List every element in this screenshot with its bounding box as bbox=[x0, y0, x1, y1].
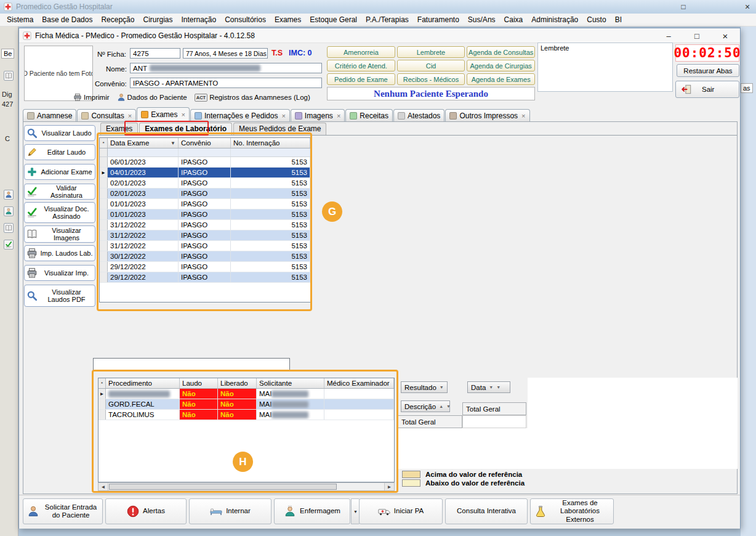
convenio-field[interactable]: IPASGO - APARTAMENTO bbox=[130, 78, 322, 88]
sidebar-visualizar-imp[interactable]: Visualizar Imp. bbox=[24, 265, 95, 281]
quick-button-criterio-de-atend[interactable]: Critério de Atend. bbox=[327, 60, 395, 71]
exam-row[interactable]: 29/12/2022IPASGO5153 bbox=[100, 262, 311, 272]
desktop-close-button[interactable]: × bbox=[741, 2, 754, 12]
bottom-button-enfermagem[interactable]: Enfermagem bbox=[274, 498, 350, 524]
subtab-exames[interactable]: Exames bbox=[100, 123, 138, 135]
quick-button-cid[interactable]: Cid bbox=[397, 60, 465, 71]
exam-row[interactable]: ►04/01/2023IPASGO5153 bbox=[100, 168, 311, 178]
subtab-exames-de-laboratorio[interactable]: Exames de Laboratório bbox=[139, 123, 232, 135]
quick-button-agenda-de-exames[interactable]: Agenda de Exames bbox=[467, 73, 535, 85]
background-icon[interactable] bbox=[4, 190, 14, 200]
proc-row[interactable]: GORD.FECALNãoNãoMAI bbox=[99, 399, 394, 410]
menu-item-administracao[interactable]: Administração bbox=[527, 14, 582, 25]
bottom-button-consulta-interativa[interactable]: Consulta Interativa bbox=[445, 498, 528, 524]
background-icon[interactable] bbox=[4, 223, 14, 233]
tab-imagens[interactable]: Imagens× bbox=[291, 109, 345, 121]
ficha-field[interactable]: 4275 bbox=[130, 48, 180, 59]
proc-row[interactable]: ►NãoNãoMAI bbox=[99, 389, 394, 399]
menu-item-faturamento[interactable]: Faturamento bbox=[413, 14, 464, 25]
quick-button-agenda-de-cirurgias[interactable]: Agenda de Cirurgias bbox=[467, 60, 535, 71]
pivot-field-data[interactable]: Data ▼ ▼ bbox=[467, 381, 510, 393]
sidebar-validar-assinatura[interactable]: Validar Assinatura bbox=[24, 184, 95, 200]
pivot-field-resultado[interactable]: Resultado ▼ bbox=[401, 381, 448, 393]
column-header-medico-examinador[interactable]: Médico Examinador bbox=[324, 378, 394, 388]
dados-do-paciente-button[interactable]: Dados do Paciente bbox=[117, 93, 187, 102]
exam-row[interactable]: 01/01/2023IPASGO5153 bbox=[100, 209, 311, 220]
restaurar-abas-button[interactable]: Restaurar Abas bbox=[677, 64, 739, 77]
exam-row[interactable]: 01/01/2023IPASGO5153 bbox=[100, 199, 311, 209]
sidebar-visualizar-doc-assinado[interactable]: Visualizar Doc. Assinado bbox=[24, 202, 95, 223]
sidebar-visualizar-laudos-pdf[interactable]: Visualizar Laudos PDF bbox=[24, 285, 95, 307]
sair-button[interactable]: Sair bbox=[675, 81, 739, 98]
tab-outros-impressos[interactable]: Outros Impressos× bbox=[445, 109, 529, 121]
menu-item-internacao[interactable]: Internação bbox=[177, 14, 220, 25]
menu-item-recepcao[interactable]: Recepção bbox=[97, 14, 139, 25]
bottom-button-exames-de-laboratorios-externos[interactable]: Exames de Laboratórios Externos bbox=[530, 498, 614, 524]
quick-button-pedido-de-exame[interactable]: Pedido de Exame bbox=[327, 73, 395, 85]
sidebar-imp-laudos-lab[interactable]: Imp. Laudos Lab. bbox=[24, 245, 95, 261]
tab-atestados[interactable]: Atestados bbox=[393, 109, 444, 121]
imprimir-button[interactable]: Imprimir bbox=[73, 93, 110, 102]
sidebar-editar-laudo[interactable]: Editar Laudo bbox=[24, 144, 95, 160]
quick-button-recibos-medicos[interactable]: Recibos - Médicos bbox=[397, 73, 465, 85]
sidebar-visualizar-imagens[interactable]: Visualizar Imagens bbox=[24, 225, 95, 243]
menu-item-exames[interactable]: Exames bbox=[270, 14, 305, 25]
background-tab-fragment[interactable]: Be bbox=[1, 49, 14, 59]
menu-item-sus-ans[interactable]: Sus/Ans bbox=[464, 14, 500, 25]
background-icon[interactable] bbox=[4, 206, 14, 216]
background-tab-fragment[interactable]: as bbox=[741, 83, 753, 93]
close-tab-icon[interactable]: × bbox=[521, 112, 525, 120]
free-text-input[interactable] bbox=[93, 358, 290, 371]
column-header-liberado[interactable]: Liberado bbox=[218, 378, 257, 388]
tab-anamnese[interactable]: Anamnese bbox=[23, 109, 76, 121]
exam-row[interactable]: 31/12/2022IPASGO5153 bbox=[100, 241, 311, 251]
nome-field[interactable]: ANT bbox=[130, 63, 322, 73]
tab-exames[interactable]: Exames× bbox=[137, 107, 190, 121]
exam-row[interactable]: 31/12/2022IPASGO5153 bbox=[100, 230, 311, 241]
column-header-data-exame[interactable]: Data Exame▼ bbox=[108, 138, 179, 148]
desktop-restore-button[interactable]: □ bbox=[677, 2, 690, 12]
menu-item-bi[interactable]: BI bbox=[611, 14, 626, 25]
quick-button-lembrete[interactable]: Lembrete bbox=[397, 46, 465, 58]
proc-row[interactable]: TACROLIMUSNãoNãoMAI bbox=[99, 410, 394, 420]
exam-row[interactable]: 29/12/2022IPASGO5153 bbox=[100, 272, 311, 283]
dropdown-icon[interactable]: ▼ bbox=[496, 385, 501, 389]
column-header-procedimento[interactable]: Procedimento bbox=[106, 378, 180, 388]
imc-label[interactable]: IMC: 0 bbox=[289, 49, 312, 57]
background-icon[interactable] bbox=[4, 240, 14, 250]
column-header-no-internacao[interactable]: No. Internação bbox=[231, 138, 310, 148]
exam-row[interactable]: 06/01/2023IPASGO5153 bbox=[100, 157, 311, 168]
column-header-laudo[interactable]: Laudo bbox=[180, 378, 218, 388]
ts-label[interactable]: T.S bbox=[271, 49, 283, 57]
quick-button-amenorreia[interactable]: Amenorreia bbox=[327, 46, 395, 58]
close-tab-icon[interactable]: × bbox=[128, 112, 132, 120]
menu-item-base-de-dados[interactable]: Base de Dados bbox=[38, 14, 97, 25]
column-header-solicitante[interactable]: Solicitante bbox=[257, 378, 324, 388]
filter-cell[interactable] bbox=[231, 148, 310, 156]
exam-row[interactable]: 02/01/2023IPASGO5153 bbox=[100, 178, 311, 189]
close-tab-icon[interactable]: × bbox=[182, 111, 185, 118]
dropdown-icon[interactable]: ▼ bbox=[440, 385, 444, 389]
scroll-left-icon[interactable]: ◄ bbox=[99, 483, 108, 490]
minimize-button[interactable]: – bbox=[656, 28, 681, 43]
scrollbar-thumb[interactable] bbox=[109, 484, 337, 490]
exam-row[interactable]: 31/12/2022IPASGO5153 bbox=[100, 220, 311, 230]
subtab-meus-pedidos-de-exame[interactable]: Meus Pedidos de Exame bbox=[233, 123, 326, 135]
filter-cell[interactable] bbox=[108, 148, 179, 156]
menu-item-consultorios[interactable]: Consultórios bbox=[220, 14, 270, 25]
close-button[interactable]: × bbox=[713, 28, 738, 43]
bottom-button-iniciar-pa[interactable]: Iniciar PA bbox=[359, 498, 443, 524]
dropdown-icon[interactable]: ▼ bbox=[446, 404, 451, 408]
close-tab-icon[interactable]: × bbox=[337, 112, 340, 120]
exam-row[interactable]: 30/12/2022IPASGO5153 bbox=[100, 251, 311, 262]
menu-item-cirurgias[interactable]: Cirurgias bbox=[139, 14, 177, 25]
menu-item-estoque-geral[interactable]: Estoque Geral bbox=[305, 14, 361, 25]
lembrete-panel[interactable]: Lembrete bbox=[537, 43, 673, 92]
tab-consultas[interactable]: Consultas× bbox=[77, 109, 136, 121]
menu-item-p-a-terapias[interactable]: P.A./Terapias bbox=[361, 14, 413, 25]
horizontal-scrollbar[interactable]: ◄ ► bbox=[98, 482, 395, 491]
bottom-button-alertas[interactable]: Alertas bbox=[105, 498, 187, 524]
column-header-convenio[interactable]: Convênio bbox=[179, 138, 231, 148]
exam-grid-filter-row[interactable] bbox=[100, 148, 311, 157]
sidebar-visualizar-laudo[interactable]: Visualizar Laudo bbox=[24, 125, 95, 141]
